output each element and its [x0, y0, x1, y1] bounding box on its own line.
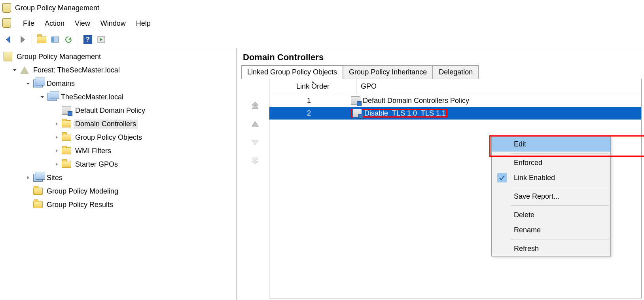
- forest-icon: [20, 65, 29, 75]
- context-menu-refresh[interactable]: Refresh: [492, 241, 610, 256]
- list-header: ▲ Link Order GPO: [269, 79, 641, 94]
- menubar: File Action View Window Help: [0, 16, 644, 31]
- toolbar-back[interactable]: [2, 33, 15, 46]
- highlight-box: Disable_TLS 1.0_TLS 1.1: [351, 109, 447, 118]
- gpo-name: Disable_TLS 1.0_TLS 1.1: [364, 109, 446, 118]
- move-up-button[interactable]: [250, 120, 260, 130]
- list-row[interactable]: 1 Default Domain Controllers Policy: [269, 94, 641, 107]
- toolbar-forward[interactable]: [16, 33, 28, 46]
- menu-separator: [511, 205, 609, 206]
- modeling-icon: [33, 186, 43, 196]
- column-gpo[interactable]: GPO: [357, 79, 641, 94]
- expander-icon[interactable]: [40, 94, 45, 100]
- app-icon: [2, 3, 11, 13]
- context-menu: Edit Enforced Link Enabled Save Report..…: [491, 136, 611, 256]
- link-order-controls: [241, 79, 269, 298]
- context-menu-save-report[interactable]: Save Report...: [492, 189, 610, 204]
- tree-results[interactable]: Group Policy Results: [45, 200, 115, 209]
- check-icon: [497, 173, 507, 182]
- expander-icon[interactable]: [54, 135, 59, 140]
- move-bottom-button[interactable]: [250, 157, 260, 167]
- toolbar-show-hide-tree[interactable]: [49, 33, 61, 46]
- expander-icon[interactable]: [54, 148, 59, 154]
- console-root-icon: [3, 52, 13, 61]
- list-row[interactable]: 2 Disable_TLS 1.0_TLS 1.1: [269, 107, 641, 120]
- cell-link-order: 2: [269, 109, 349, 118]
- tab-strip: Linked Group Policy Objects Group Policy…: [237, 65, 644, 79]
- svg-text:?: ?: [86, 36, 90, 43]
- expander-icon[interactable]: [25, 175, 31, 180]
- tree-root[interactable]: Group Policy Management: [15, 52, 102, 61]
- gpo-link-icon: [62, 106, 71, 115]
- context-menu-enforced[interactable]: Enforced: [492, 155, 610, 170]
- tree-domains[interactable]: Domains: [45, 79, 76, 88]
- toolbar-separator: [78, 34, 78, 45]
- menu-action[interactable]: Action: [45, 19, 64, 28]
- svg-rect-1: [51, 37, 54, 42]
- domain-icon: [47, 92, 57, 102]
- context-menu-link-enabled-label: Link Enabled: [514, 174, 555, 182]
- menu-separator: [511, 239, 609, 239]
- column-link-order[interactable]: ▲ Link Order: [269, 79, 357, 94]
- folder-icon: [62, 146, 71, 156]
- gpo-link-icon: [352, 109, 362, 118]
- gpo-name: Default Domain Controllers Policy: [363, 97, 469, 105]
- results-icon: [33, 200, 43, 209]
- domains-icon: [33, 79, 43, 88]
- context-menu-delete[interactable]: Delete: [492, 207, 610, 222]
- tab-linked-gpos[interactable]: Linked Group Policy Objects: [241, 65, 343, 79]
- cell-link-order: 1: [269, 97, 349, 105]
- menu-view[interactable]: View: [75, 19, 90, 28]
- folder-icon: [62, 159, 71, 169]
- sites-icon: [33, 173, 43, 182]
- tree-group-policy-objects[interactable]: Group Policy Objects: [74, 133, 144, 142]
- tree-domain-controllers[interactable]: Domain Controllers: [74, 120, 138, 129]
- menu-help[interactable]: Help: [136, 19, 151, 28]
- spacer: [54, 108, 59, 113]
- folder-icon: [62, 133, 71, 142]
- cell-gpo: Default Domain Controllers Policy: [349, 96, 641, 105]
- toolbar-refresh[interactable]: [62, 33, 75, 46]
- expander-icon[interactable]: [54, 121, 59, 127]
- menu-window[interactable]: Window: [100, 19, 126, 28]
- tree-sites[interactable]: Sites: [45, 173, 64, 182]
- highlight-box: [489, 135, 644, 157]
- toolbar-separator: [32, 34, 32, 45]
- menu-file[interactable]: File: [23, 19, 34, 28]
- menu-separator: [511, 187, 609, 187]
- console-icon: [2, 18, 13, 28]
- tree-modeling[interactable]: Group Policy Modeling: [45, 187, 120, 196]
- spacer: [25, 188, 31, 194]
- context-menu-rename[interactable]: Rename: [492, 222, 610, 237]
- toolbar-up[interactable]: [35, 33, 48, 46]
- ou-icon: [62, 119, 71, 129]
- sort-asc-icon: ▲: [311, 80, 315, 84]
- move-top-button[interactable]: [250, 101, 260, 111]
- toolbar-script[interactable]: [95, 33, 108, 46]
- details-heading: Domain Controllers: [237, 48, 644, 65]
- expander-icon[interactable]: [12, 67, 17, 73]
- expander-icon[interactable]: [25, 81, 31, 86]
- context-menu-link-enabled[interactable]: Link Enabled: [492, 170, 610, 185]
- gpo-link-icon: [351, 96, 360, 105]
- tree-pane: Group Policy Management Forest: TheSecMa…: [0, 48, 237, 300]
- window-title: Group Policy Management: [15, 4, 99, 12]
- toolbar-help[interactable]: ?: [81, 33, 94, 46]
- cell-gpo: Disable_TLS 1.0_TLS 1.1: [349, 109, 641, 118]
- spacer: [25, 202, 31, 207]
- tree-starter-gpos[interactable]: Starter GPOs: [74, 160, 119, 169]
- tree-wmi-filters[interactable]: WMI Filters: [74, 146, 113, 156]
- move-down-button[interactable]: [250, 139, 260, 148]
- tree-default-domain-policy[interactable]: Default Domain Policy: [74, 106, 147, 115]
- tab-inheritance[interactable]: Group Policy Inheritance: [343, 65, 433, 79]
- tree-forest[interactable]: Forest: TheSecMaster.local: [32, 66, 121, 75]
- tab-delegation[interactable]: Delegation: [433, 65, 479, 79]
- tree-domain[interactable]: TheSecMaster.local: [59, 93, 125, 102]
- expander-icon[interactable]: [54, 161, 59, 167]
- toolbar: ?: [0, 31, 644, 48]
- titlebar: Group Policy Management: [0, 0, 644, 16]
